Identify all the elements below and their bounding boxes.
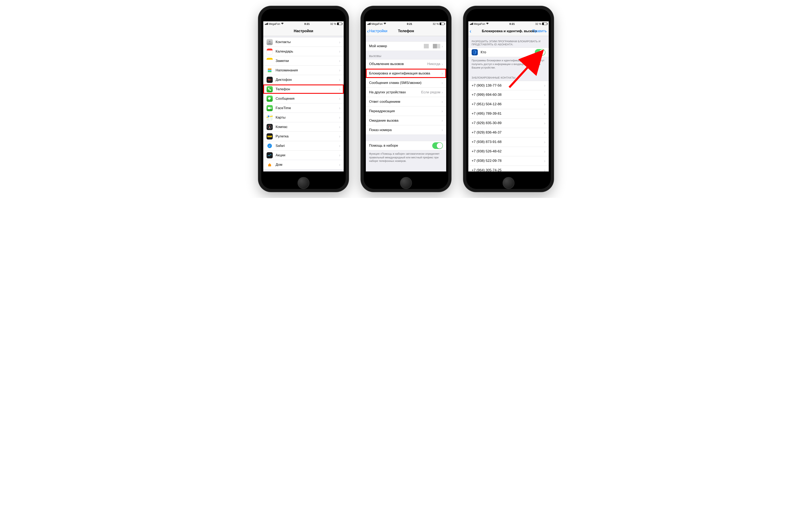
row-block-identify[interactable]: Блокировка и идентификация вызова ›	[366, 69, 446, 78]
row-ruler[interactable]: Рулетка ›	[263, 132, 344, 141]
row-respond-text[interactable]: Ответ сообщением ›	[366, 97, 446, 107]
nav-title: Блокировка и идентиф. вызова	[480, 29, 537, 33]
chevron-right-icon: ›	[544, 149, 546, 154]
block-identify-list[interactable]: РАЗРЕШИТЬ ЭТИМ ПРОГРАММАМ БЛОКИРОВАТЬ И …	[468, 36, 549, 172]
chevron-right-icon: ›	[441, 44, 443, 49]
home-button[interactable]	[503, 177, 514, 189]
row-blocked[interactable]: +7 (900) 138-77-56›	[468, 81, 549, 90]
nav-bar: ‹ Блокировка и идентиф. вызова Править	[468, 26, 549, 36]
chevron-right-icon: ›	[441, 90, 443, 95]
row-maps[interactable]: Карты ›	[263, 113, 344, 122]
row-label: Акции	[276, 153, 339, 157]
settings-list[interactable]: Контакты › Календарь › Заметки › Напомин…	[263, 36, 344, 172]
row-phone[interactable]: Телефон ›	[263, 85, 344, 94]
chevron-right-icon: ›	[544, 168, 546, 172]
chevron-right-icon: ›	[544, 159, 546, 163]
blocked-number: +7 (929) 836-46-37	[472, 131, 544, 135]
row-show-id[interactable]: Показ номера ›	[366, 125, 446, 135]
home-button[interactable]	[298, 177, 309, 189]
row-voice-memo[interactable]: Диктофон ›	[263, 75, 344, 85]
section-header-allow: РАЗРЕШИТЬ ЭТИМ ПРОГРАММАМ БЛОКИРОВАТЬ И …	[468, 36, 549, 48]
row-value: Никогда	[427, 62, 440, 66]
row-contacts[interactable]: Контакты ›	[263, 37, 344, 47]
screen-phone-settings: MegaFon 0:21 32 % ‹ Настройки Телефон	[366, 21, 446, 172]
notes-icon	[266, 58, 273, 64]
back-button[interactable]: ‹ Настройки	[367, 28, 387, 34]
battery-pct: 32 %	[330, 22, 336, 25]
row-my-number[interactable]: Мой номер ›	[366, 41, 446, 51]
blocked-number: +7 (964) 305-74-25	[472, 168, 544, 172]
row-label: Диктофон	[276, 78, 339, 82]
nav-title: Настройки	[294, 29, 313, 33]
chevron-right-icon: ›	[441, 128, 443, 132]
blocked-number: +7 (495) 789-39-81	[472, 112, 544, 116]
signal-icon	[265, 23, 268, 25]
row-label: Карты	[276, 115, 339, 119]
row-announce-calls[interactable]: Объявление вызовов Никогда ›	[366, 59, 446, 69]
row-blocked[interactable]: +7 (999) 694-60-38›	[468, 90, 549, 100]
battery-pct: 32 %	[433, 22, 439, 25]
row-calendar[interactable]: Календарь ›	[263, 47, 344, 56]
chevron-right-icon: ›	[339, 96, 340, 101]
row-label: Объявление вызовов	[369, 62, 427, 66]
row-blocked[interactable]: +7 (929) 836-46-37›	[468, 128, 549, 137]
row-blocked[interactable]: +7 (929) 835-30-89›	[468, 118, 549, 128]
row-home[interactable]: Дом ›	[263, 160, 344, 169]
dial-assist-toggle[interactable]	[432, 142, 443, 149]
row-notes[interactable]: Заметки ›	[263, 56, 344, 66]
allow-footer: Программы блокировки и идентификации выз…	[468, 57, 549, 72]
row-blocked[interactable]: +7 (951) 504-12-86›	[468, 100, 549, 109]
home-button[interactable]	[400, 177, 412, 189]
row-dial-assist: Помощь в наборе	[366, 141, 446, 150]
chevron-right-icon: ›	[339, 77, 340, 82]
row-blocked[interactable]: +7 (495) 789-39-81›	[468, 109, 549, 118]
phone-settings-list[interactable]: Мой номер › ВЫЗОВЫ Объявление вызовов Ни…	[366, 36, 446, 172]
row-call-waiting[interactable]: Ожидание вызова ›	[366, 116, 446, 125]
chevron-right-icon: ›	[544, 83, 546, 88]
row-label: Сообщения спама (SMS/звонки)	[369, 81, 441, 85]
signal-icon	[368, 23, 371, 25]
chevron-right-icon: ›	[339, 134, 340, 139]
edit-button[interactable]: Править	[532, 29, 547, 33]
safari-icon	[266, 143, 273, 149]
row-facetime[interactable]: FaceTime ›	[263, 104, 344, 113]
row-label: Дом	[276, 163, 339, 167]
chevron-right-icon: ›	[441, 99, 443, 104]
row-messages[interactable]: Сообщения ›	[263, 94, 344, 104]
chevron-right-icon: ›	[544, 111, 546, 116]
kto-toggle[interactable]	[535, 49, 546, 55]
row-blocked[interactable]: +7 (938) 522-09-78›	[468, 156, 549, 166]
nav-bar: Настройки	[263, 26, 344, 36]
row-safari[interactable]: Safari ›	[263, 141, 344, 151]
status-bar: MegaFon 0:21 32 %	[263, 21, 344, 26]
chevron-right-icon: ›	[339, 87, 340, 91]
status-bar: MegaFon 0:21 32 %	[468, 21, 549, 26]
back-button[interactable]: ‹	[469, 28, 471, 34]
row-blocked[interactable]: +7 (938) 526-48-62›	[468, 147, 549, 156]
compass-icon	[266, 124, 273, 130]
row-label: Safari	[276, 144, 339, 148]
screen-block-identify: MegaFon 0:21 32 % ‹ Блокировка и идентиф…	[468, 21, 549, 172]
chevron-right-icon: ›	[339, 153, 340, 158]
row-label: Мой номер	[369, 44, 424, 48]
carrier-label: MegaFon	[474, 22, 485, 25]
row-blocked[interactable]: +7 (964) 305-74-25›	[468, 166, 549, 172]
svg-rect-5	[268, 136, 272, 137]
row-label: Кто	[481, 50, 535, 54]
carrier-label: MegaFon	[371, 22, 382, 25]
row-spam[interactable]: Сообщения спама (SMS/звонки) ›	[366, 78, 446, 88]
row-other-devices[interactable]: На других устройствах Если рядом ›	[366, 88, 446, 97]
chevron-right-icon: ›	[544, 130, 546, 135]
blocked-number: +7 (900) 138-77-56	[472, 84, 544, 88]
row-label: Переадресация	[369, 109, 441, 113]
row-stocks[interactable]: Акции ›	[263, 151, 344, 160]
chevron-right-icon: ›	[339, 162, 340, 167]
row-compass[interactable]: Компас ›	[263, 122, 344, 132]
row-value: Если рядом	[421, 90, 440, 94]
row-reminders[interactable]: Напоминания ›	[263, 66, 344, 75]
row-blocked[interactable]: +7 (938) 873-91-68›	[468, 137, 549, 147]
section-header-calls: ВЫЗОВЫ	[366, 51, 446, 59]
ruler-icon	[266, 133, 273, 139]
row-forwarding[interactable]: Переадресация ›	[366, 107, 446, 116]
row-label: Ожидание вызова	[369, 118, 441, 123]
